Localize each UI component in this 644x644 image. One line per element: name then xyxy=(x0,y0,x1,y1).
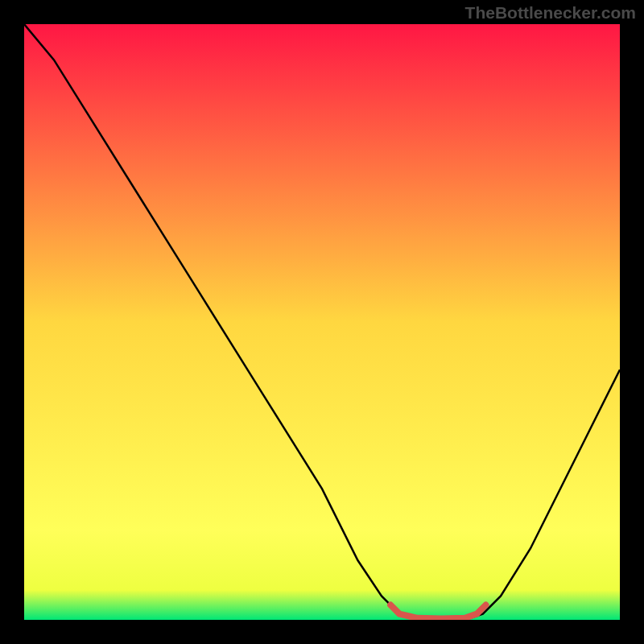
bottleneck-chart xyxy=(24,24,620,620)
watermark-text: TheBottlenecker.com xyxy=(465,3,636,23)
chart-container xyxy=(24,24,620,620)
chart-background xyxy=(24,24,620,620)
